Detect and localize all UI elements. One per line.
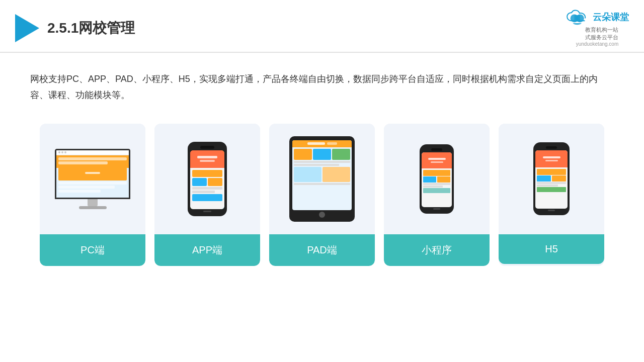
- pad-tablet-icon: [289, 136, 355, 222]
- card-app[interactable]: APP端: [154, 124, 260, 266]
- h5-label: H5: [499, 234, 604, 264]
- mini-label: 小程序: [384, 234, 490, 266]
- pad-image-area: [269, 124, 375, 234]
- pc-image-area: [40, 124, 145, 234]
- cards-container: PC端: [0, 114, 644, 281]
- app-phone-icon: [188, 142, 227, 216]
- app-label: APP端: [154, 234, 260, 266]
- brand-name: 云朵课堂: [593, 11, 629, 23]
- pad-label: PAD端: [269, 234, 375, 266]
- header-right: 云朵课堂 教育机构一站 式服务云平台 yunduoketang.com: [566, 9, 629, 47]
- app-image-area: [154, 124, 260, 234]
- card-pc[interactable]: PC端: [40, 124, 145, 266]
- h5-image-area: [499, 124, 604, 234]
- cloud-logo-icon: [566, 9, 590, 25]
- card-h5[interactable]: H5: [499, 124, 604, 266]
- page-title: 2.5.1网校管理: [47, 19, 135, 38]
- pc-monitor-icon: [55, 149, 130, 209]
- svg-rect-2: [575, 15, 580, 22]
- cloud-logo: 云朵课堂: [566, 9, 629, 25]
- pc-label: PC端: [40, 234, 145, 266]
- logo-triangle-icon: [15, 14, 39, 42]
- brand-url: yunduoketang.com: [576, 41, 619, 47]
- card-mini[interactable]: 小程序: [384, 124, 490, 266]
- brand-subtitle: 教育机构一站 式服务云平台: [585, 26, 618, 41]
- mini-phone-icon: [420, 144, 454, 214]
- card-pad[interactable]: PAD端: [269, 124, 375, 266]
- description-paragraph: 网校支持PC、APP、PAD、小程序、H5，实现多端打通，产品各终端自由切换，数…: [30, 71, 614, 104]
- page-header: 2.5.1网校管理 云朵课堂 教育机构一站 式服务云平台 yunduoketan…: [0, 0, 644, 53]
- h5-dual-phones-icon: [533, 142, 570, 215]
- description-text: 网校支持PC、APP、PAD、小程序、H5，实现多端打通，产品各终端自由切换，数…: [0, 53, 644, 114]
- mini-image-area: [384, 124, 490, 234]
- header-left: 2.5.1网校管理: [15, 14, 135, 42]
